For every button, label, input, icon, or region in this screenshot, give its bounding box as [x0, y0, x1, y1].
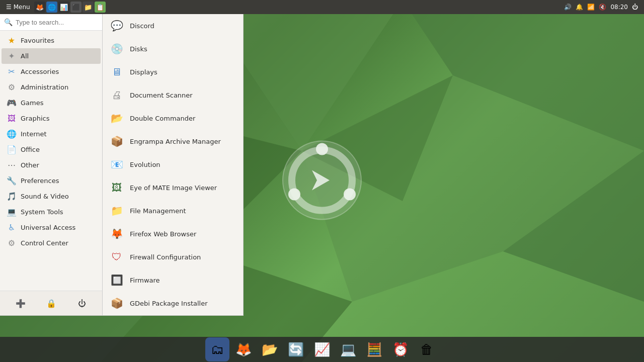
taskbar-top: ☰ Menu 🦊 🌐 📊 ⬛ 📁 📋 🔊 🔔 📶 🔇 08:20 ⏻ — [0, 0, 644, 14]
firefox-top-icon[interactable]: 🦊 — [34, 2, 45, 13]
app-label-document-scanner: Document Scanner — [130, 92, 193, 99]
dock-clock[interactable]: ⏰ — [388, 337, 413, 361]
search-bar: 🔍 ✕ — [0, 14, 102, 31]
app-clocks[interactable]: 🕐 Clocks — [103, 315, 243, 316]
tray-volume[interactable]: 🔊 — [564, 4, 572, 11]
app-document-scanner[interactable]: 🖨 Document Scanner — [103, 83, 243, 107]
app-label-double-commander: Double Commander — [130, 115, 195, 122]
control-center-icon: ⚙ — [7, 238, 17, 248]
category-label-administration: Administration — [21, 83, 68, 91]
app-label-file-management: File Management — [130, 207, 186, 215]
app-label-firewall: Firewall Configuration — [130, 253, 201, 261]
terminal-top-icon[interactable]: ⬛ — [70, 2, 82, 13]
category-label-games: Games — [21, 99, 43, 107]
app-firewall[interactable]: 🛡 Firewall Configuration — [103, 245, 243, 268]
category-label-favourites: Favourites — [21, 37, 54, 44]
dock-toggle[interactable]: 🔄 — [284, 337, 308, 361]
app-label-firmware: Firmware — [130, 277, 160, 284]
dock-terminal[interactable]: 💻 — [336, 337, 360, 361]
app-evolution[interactable]: 📧 Evolution — [103, 153, 243, 176]
category-label-other: Other — [21, 161, 39, 169]
logout-button[interactable]: ⏻ — [74, 295, 90, 311]
category-label-accessories: Accessories — [21, 68, 59, 75]
favourites-icon: ★ — [7, 36, 17, 45]
category-all[interactable]: ✦ All — [2, 48, 101, 64]
disks-icon: 💿 — [109, 41, 125, 57]
firewall-icon: 🛡 — [109, 249, 125, 265]
other-icon: ⋯ — [7, 160, 17, 170]
firmware-icon: 🔲 — [109, 272, 125, 288]
tray-notifications[interactable]: 🔔 — [576, 4, 583, 11]
evolution-icon: 📧 — [109, 156, 125, 172]
tray-power[interactable]: ⏻ — [632, 4, 638, 11]
dock-calculator[interactable]: 🧮 — [362, 337, 386, 361]
app-file-management[interactable]: 📁 File Management — [103, 199, 243, 222]
app-label-displays: Displays — [130, 68, 157, 76]
app-label-discord: Discord — [130, 22, 154, 30]
svg-point-16 — [344, 189, 356, 201]
category-system-tools[interactable]: 💻 System Tools — [2, 204, 101, 220]
category-sound-video[interactable]: 🎵 Sound & Video — [2, 189, 101, 204]
tray-network[interactable]: 📶 — [587, 4, 595, 11]
category-control-center[interactable]: ⚙ Control Center — [2, 235, 101, 251]
app-firmware[interactable]: 🔲 Firmware — [103, 268, 243, 292]
category-office[interactable]: 📄 Office — [2, 142, 101, 157]
category-accessories[interactable]: ✂ Accessories — [2, 64, 101, 79]
category-favourites[interactable]: ★ Favourites — [2, 33, 101, 48]
clipboard-top-icon[interactable]: 📋 — [95, 2, 106, 13]
sound-video-icon: 🎵 — [7, 192, 17, 201]
power-icon: ⏻ — [78, 299, 86, 308]
apps-panel: 💬 Discord 💿 Disks 🖥 Displays 🖨 Document … — [103, 14, 244, 316]
category-internet[interactable]: 🌐 Internet — [2, 126, 101, 142]
app-engrampa[interactable]: 📦 Engrampa Archive Manager — [103, 130, 243, 153]
dock-firefox[interactable]: 🦊 — [231, 337, 256, 361]
app-disks[interactable]: 💿 Disks — [103, 37, 243, 60]
category-games[interactable]: 🎮 Games — [2, 95, 101, 111]
lock-screen-button[interactable]: 🔒 — [43, 295, 59, 311]
menu-button[interactable]: ☰ Menu — [2, 3, 34, 12]
category-administration[interactable]: ⚙ Administration — [2, 79, 101, 95]
menu-icon: ☰ — [6, 4, 12, 11]
accessories-icon: ✂ — [7, 67, 17, 76]
category-label-system-tools: System Tools — [21, 208, 63, 216]
gdebi-icon: 📦 — [109, 295, 125, 311]
htop-top-icon[interactable]: 📊 — [58, 2, 69, 13]
category-graphics[interactable]: 🖼 Graphics — [2, 111, 101, 126]
categories-list: ★ Favourites ✦ All ✂ Accessories ⚙ Admin… — [0, 31, 102, 291]
dock-activity[interactable]: 📈 — [310, 337, 334, 361]
app-firefox[interactable]: 🦊 Firefox Web Browser — [103, 222, 243, 245]
app-label-gdebi: GDebi Package Installer — [130, 300, 208, 307]
administration-icon: ⚙ — [7, 82, 17, 92]
dock-nemo[interactable]: 📂 — [258, 337, 282, 361]
app-label-evolution: Evolution — [130, 161, 160, 168]
app-gdebi[interactable]: 📦 GDebi Package Installer — [103, 292, 243, 315]
category-label-all: All — [21, 52, 29, 60]
dock-trash[interactable]: 🗑 — [415, 337, 439, 361]
displays-icon: 🖥 — [109, 64, 125, 80]
system-tray: 🔊 🔔 📶 🔇 08:20 ⏻ — [564, 4, 642, 11]
graphics-icon: 🖼 — [7, 114, 17, 123]
category-preferences[interactable]: 🔧 Preferences — [2, 173, 101, 189]
file-management-icon: 📁 — [109, 203, 125, 219]
dock-files[interactable]: 🗂 — [205, 337, 229, 361]
tray-mute[interactable]: 🔇 — [599, 4, 606, 11]
add-to-panel-button[interactable]: ➕ — [13, 295, 29, 311]
system-tools-icon: 💻 — [7, 207, 17, 217]
category-label-sound-video: Sound & Video — [21, 193, 69, 200]
app-discord[interactable]: 💬 Discord — [103, 14, 243, 37]
discord-icon: 💬 — [109, 18, 125, 34]
files-top-icon[interactable]: 📁 — [83, 2, 94, 13]
search-input[interactable] — [16, 19, 100, 26]
category-label-graphics: Graphics — [21, 115, 49, 122]
app-double-commander[interactable]: 📂 Double Commander — [103, 107, 243, 130]
category-other[interactable]: ⋯ Other — [2, 157, 101, 173]
app-eye-mate[interactable]: 🖼 Eye of MATE Image Viewer — [103, 176, 243, 199]
category-universal-access[interactable]: ♿ Universal Access — [2, 220, 101, 235]
app-label-firefox: Firefox Web Browser — [130, 230, 196, 238]
chromium-top-icon[interactable]: 🌐 — [46, 2, 57, 13]
eye-mate-icon: 🖼 — [109, 179, 125, 196]
category-label-universal-access: Universal Access — [21, 224, 75, 231]
games-icon: 🎮 — [7, 98, 17, 108]
app-displays[interactable]: 🖥 Displays — [103, 60, 243, 83]
all-icon: ✦ — [7, 51, 17, 61]
